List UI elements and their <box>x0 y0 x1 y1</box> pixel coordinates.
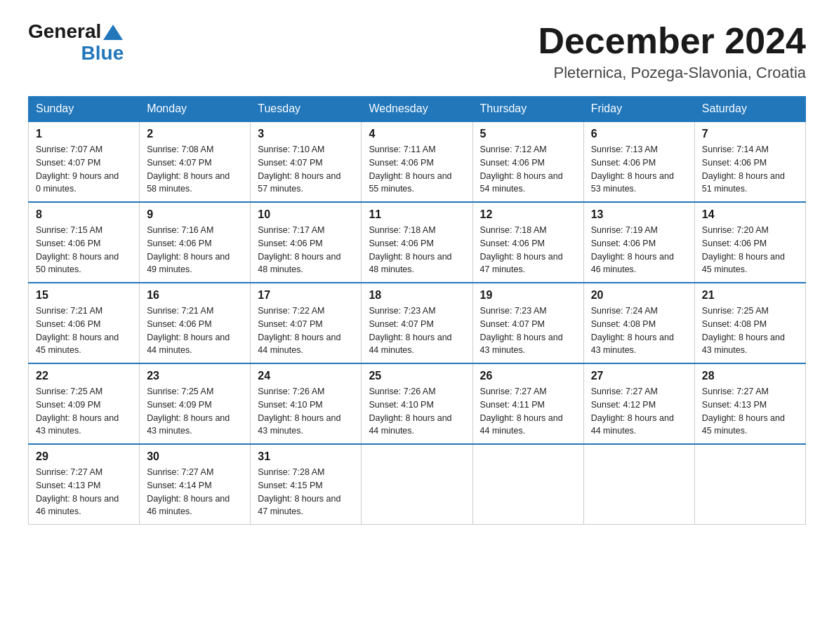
calendar-week-row: 29 Sunrise: 7:27 AM Sunset: 4:13 PM Dayl… <box>29 444 806 525</box>
day-number: 26 <box>480 370 576 382</box>
calendar-day-cell: 2 Sunrise: 7:08 AM Sunset: 4:07 PM Dayli… <box>140 121 251 202</box>
day-info: Sunrise: 7:25 AM Sunset: 4:09 PM Dayligh… <box>36 385 132 438</box>
logo-triangle-icon <box>103 25 123 40</box>
calendar-day-cell: 5 Sunrise: 7:12 AM Sunset: 4:06 PM Dayli… <box>472 121 583 202</box>
calendar-day-cell: 12 Sunrise: 7:18 AM Sunset: 4:06 PM Dayl… <box>472 202 583 283</box>
col-monday: Monday <box>140 97 251 122</box>
day-info: Sunrise: 7:17 AM Sunset: 4:06 PM Dayligh… <box>258 224 354 276</box>
day-info: Sunrise: 7:27 AM Sunset: 4:12 PM Dayligh… <box>591 385 687 438</box>
calendar-table: Sunday Monday Tuesday Wednesday Thursday… <box>28 96 806 525</box>
day-number: 24 <box>258 370 354 382</box>
day-number: 30 <box>147 450 243 463</box>
day-info: Sunrise: 7:24 AM Sunset: 4:08 PM Dayligh… <box>591 304 687 357</box>
day-info: Sunrise: 7:13 AM Sunset: 4:06 PM Dayligh… <box>591 143 687 196</box>
day-info: Sunrise: 7:26 AM Sunset: 4:10 PM Dayligh… <box>369 385 465 438</box>
calendar-day-cell: 21 Sunrise: 7:25 AM Sunset: 4:08 PM Dayl… <box>694 283 805 363</box>
day-number: 18 <box>369 289 465 302</box>
svg-marker-0 <box>103 25 123 40</box>
day-info: Sunrise: 7:18 AM Sunset: 4:06 PM Dayligh… <box>369 224 465 276</box>
calendar-day-cell: 23 Sunrise: 7:25 AM Sunset: 4:09 PM Dayl… <box>140 363 251 444</box>
day-number: 19 <box>480 289 576 302</box>
calendar-day-cell: 24 Sunrise: 7:26 AM Sunset: 4:10 PM Dayl… <box>251 363 362 444</box>
calendar-day-cell: 25 Sunrise: 7:26 AM Sunset: 4:10 PM Dayl… <box>362 363 472 444</box>
day-number: 9 <box>147 208 243 221</box>
col-wednesday: Wednesday <box>362 97 472 122</box>
day-number: 7 <box>702 128 798 140</box>
calendar-day-cell: 10 Sunrise: 7:17 AM Sunset: 4:06 PM Dayl… <box>251 202 362 283</box>
day-number: 31 <box>258 450 354 463</box>
day-number: 20 <box>591 289 687 302</box>
day-info: Sunrise: 7:19 AM Sunset: 4:06 PM Dayligh… <box>591 224 687 276</box>
calendar-day-cell <box>694 444 805 525</box>
day-info: Sunrise: 7:11 AM Sunset: 4:06 PM Dayligh… <box>369 143 465 196</box>
calendar-day-cell: 13 Sunrise: 7:19 AM Sunset: 4:06 PM Dayl… <box>583 202 694 283</box>
day-info: Sunrise: 7:27 AM Sunset: 4:13 PM Dayligh… <box>702 385 798 438</box>
day-number: 22 <box>36 370 132 382</box>
day-number: 5 <box>480 128 576 140</box>
day-number: 11 <box>369 208 465 221</box>
day-info: Sunrise: 7:20 AM Sunset: 4:06 PM Dayligh… <box>702 224 798 276</box>
calendar-day-cell: 18 Sunrise: 7:23 AM Sunset: 4:07 PM Dayl… <box>362 283 472 363</box>
col-tuesday: Tuesday <box>251 97 362 122</box>
day-number: 10 <box>258 208 354 221</box>
calendar-day-cell: 16 Sunrise: 7:21 AM Sunset: 4:06 PM Dayl… <box>140 283 251 363</box>
calendar-day-cell: 19 Sunrise: 7:23 AM Sunset: 4:07 PM Dayl… <box>472 283 583 363</box>
day-number: 6 <box>591 128 687 140</box>
logo-blue-text: Blue <box>28 43 125 65</box>
day-info: Sunrise: 7:28 AM Sunset: 4:15 PM Dayligh… <box>258 466 354 518</box>
day-number: 27 <box>591 370 687 382</box>
col-saturday: Saturday <box>694 97 805 122</box>
calendar-day-cell: 22 Sunrise: 7:25 AM Sunset: 4:09 PM Dayl… <box>29 363 140 444</box>
day-info: Sunrise: 7:07 AM Sunset: 4:07 PM Dayligh… <box>36 143 132 196</box>
day-info: Sunrise: 7:18 AM Sunset: 4:06 PM Dayligh… <box>480 224 576 276</box>
day-info: Sunrise: 7:21 AM Sunset: 4:06 PM Dayligh… <box>147 304 243 357</box>
calendar-day-cell: 7 Sunrise: 7:14 AM Sunset: 4:06 PM Dayli… <box>694 121 805 202</box>
logo: General Blue <box>28 21 125 65</box>
day-info: Sunrise: 7:16 AM Sunset: 4:06 PM Dayligh… <box>147 224 243 276</box>
day-number: 29 <box>36 450 132 463</box>
day-number: 3 <box>258 128 354 140</box>
day-number: 8 <box>36 208 132 221</box>
day-number: 21 <box>702 289 798 302</box>
day-info: Sunrise: 7:26 AM Sunset: 4:10 PM Dayligh… <box>258 385 354 438</box>
day-number: 12 <box>480 208 576 221</box>
calendar-week-row: 1 Sunrise: 7:07 AM Sunset: 4:07 PM Dayli… <box>29 121 806 202</box>
calendar-day-cell: 30 Sunrise: 7:27 AM Sunset: 4:14 PM Dayl… <box>140 444 251 525</box>
day-number: 16 <box>147 289 243 302</box>
day-info: Sunrise: 7:23 AM Sunset: 4:07 PM Dayligh… <box>480 304 576 357</box>
title-area: December 2024 Pleternica, Pozega-Slavoni… <box>538 21 806 82</box>
calendar-week-row: 8 Sunrise: 7:15 AM Sunset: 4:06 PM Dayli… <box>29 202 806 283</box>
calendar-day-cell: 26 Sunrise: 7:27 AM Sunset: 4:11 PM Dayl… <box>472 363 583 444</box>
calendar-day-cell: 11 Sunrise: 7:18 AM Sunset: 4:06 PM Dayl… <box>362 202 472 283</box>
calendar-day-cell: 20 Sunrise: 7:24 AM Sunset: 4:08 PM Dayl… <box>583 283 694 363</box>
day-number: 2 <box>147 128 243 140</box>
calendar-day-cell: 8 Sunrise: 7:15 AM Sunset: 4:06 PM Dayli… <box>29 202 140 283</box>
day-info: Sunrise: 7:15 AM Sunset: 4:06 PM Dayligh… <box>36 224 132 276</box>
page-header: General Blue December 2024 Pleternica, P… <box>28 21 806 82</box>
day-info: Sunrise: 7:25 AM Sunset: 4:09 PM Dayligh… <box>147 385 243 438</box>
day-info: Sunrise: 7:25 AM Sunset: 4:08 PM Dayligh… <box>702 304 798 357</box>
day-number: 1 <box>36 128 132 140</box>
calendar-day-cell: 3 Sunrise: 7:10 AM Sunset: 4:07 PM Dayli… <box>251 121 362 202</box>
day-info: Sunrise: 7:27 AM Sunset: 4:13 PM Dayligh… <box>36 466 132 518</box>
col-sunday: Sunday <box>29 97 140 122</box>
day-info: Sunrise: 7:22 AM Sunset: 4:07 PM Dayligh… <box>258 304 354 357</box>
calendar-day-cell: 1 Sunrise: 7:07 AM Sunset: 4:07 PM Dayli… <box>29 121 140 202</box>
calendar-week-row: 22 Sunrise: 7:25 AM Sunset: 4:09 PM Dayl… <box>29 363 806 444</box>
day-info: Sunrise: 7:12 AM Sunset: 4:06 PM Dayligh… <box>480 143 576 196</box>
calendar-day-cell: 28 Sunrise: 7:27 AM Sunset: 4:13 PM Dayl… <box>694 363 805 444</box>
calendar-day-cell: 29 Sunrise: 7:27 AM Sunset: 4:13 PM Dayl… <box>29 444 140 525</box>
day-info: Sunrise: 7:23 AM Sunset: 4:07 PM Dayligh… <box>369 304 465 357</box>
day-info: Sunrise: 7:21 AM Sunset: 4:06 PM Dayligh… <box>36 304 132 357</box>
calendar-header-row: Sunday Monday Tuesday Wednesday Thursday… <box>29 97 806 122</box>
calendar-day-cell: 17 Sunrise: 7:22 AM Sunset: 4:07 PM Dayl… <box>251 283 362 363</box>
calendar-day-cell <box>583 444 694 525</box>
day-number: 14 <box>702 208 798 221</box>
calendar-day-cell <box>472 444 583 525</box>
calendar-day-cell: 14 Sunrise: 7:20 AM Sunset: 4:06 PM Dayl… <box>694 202 805 283</box>
calendar-day-cell <box>362 444 472 525</box>
day-info: Sunrise: 7:10 AM Sunset: 4:07 PM Dayligh… <box>258 143 354 196</box>
calendar-day-cell: 6 Sunrise: 7:13 AM Sunset: 4:06 PM Dayli… <box>583 121 694 202</box>
day-number: 17 <box>258 289 354 302</box>
calendar-week-row: 15 Sunrise: 7:21 AM Sunset: 4:06 PM Dayl… <box>29 283 806 363</box>
